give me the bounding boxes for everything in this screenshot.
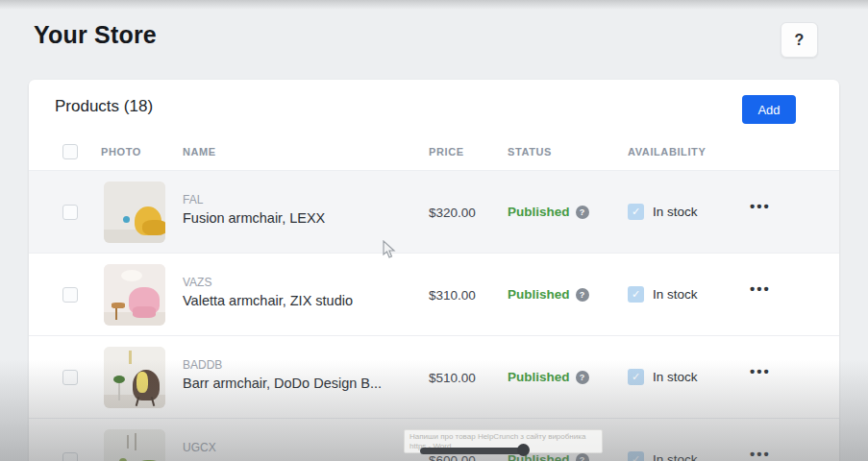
product-name: Valetta armchair, ZIX studio [183,293,353,308]
status-help-icon[interactable]: ? [576,206,589,219]
column-header-status: STATUS [508,146,552,158]
product-photo [104,429,165,461]
row-checkbox[interactable] [62,370,78,385]
instock-checkbox[interactable]: ✓ [628,369,644,385]
row-checkbox[interactable] [62,452,78,461]
status-badge: Published [508,370,570,384]
column-header-price: PRICE [429,146,464,158]
product-name: Fusion armchair, LEXX [183,210,325,226]
video-scrubber-handle [517,444,530,456]
row-checkbox[interactable] [62,287,78,303]
top-edge-band [0,0,868,10]
tooltip-line1: Напиши про товар HelpCrunch з сайту виро… [409,432,597,442]
availability-label: In stock [653,205,698,219]
product-price: $600.00 [429,453,476,461]
select-all-checkbox[interactable] [62,144,78,159]
row-menu-icon[interactable]: ••• [750,363,771,379]
video-scrubber-bar [420,448,528,454]
table-row[interactable]: FAL Fusion armchair, LEXX $320.00 Publis… [29,171,839,254]
instock-checkbox[interactable]: ✓ [628,204,644,220]
instock-checkbox[interactable]: ✓ [628,286,644,303]
product-sku: BADDB [183,358,382,372]
table-row[interactable]: VAZS Valetta armchair, ZIX studio $310.0… [29,254,839,336]
row-menu-icon[interactable]: ••• [750,198,771,214]
product-photo [104,182,165,243]
row-menu-icon[interactable]: ••• [750,446,771,461]
status-help-icon[interactable]: ? [576,453,589,461]
availability-label: In stock [653,370,698,384]
add-button[interactable]: Add [742,95,796,124]
availability-label: In stock [653,452,698,461]
instock-checkbox[interactable]: ✓ [628,451,644,461]
status-badge: Published [508,205,570,219]
product-sku: VAZS [183,276,353,289]
product-photo [104,264,165,326]
page-title: Your Store [34,21,157,49]
product-price: $510.00 [429,371,476,385]
product-sku: FAL [183,193,325,206]
products-panel: Products (18) Add PHOTO NAME PRICE STATU… [29,80,839,461]
row-checkbox[interactable] [62,205,78,220]
row-menu-icon[interactable]: ••• [750,280,771,297]
products-heading: Products (18) [55,97,153,116]
product-name: Barr armchair, DoDo Design B... [183,376,382,391]
product-price: $310.00 [429,288,476,303]
column-header-availability: AVAILABILITY [628,146,706,158]
product-price: $320.00 [429,206,476,220]
product-sku: UGCX [183,441,216,454]
table-header: PHOTO NAME PRICE STATUS AVAILABILITY [29,139,839,171]
status-badge: Published [508,287,570,302]
table-row[interactable]: BADDB Barr armchair, DoDo Design B... $5… [29,336,839,419]
status-help-icon[interactable]: ? [576,371,589,384]
column-header-name: NAME [183,146,216,158]
status-help-icon[interactable]: ? [576,288,589,302]
column-header-photo: PHOTO [101,146,141,158]
availability-label: In stock [653,287,698,302]
product-photo [104,347,165,408]
help-button[interactable]: ? [781,22,818,58]
